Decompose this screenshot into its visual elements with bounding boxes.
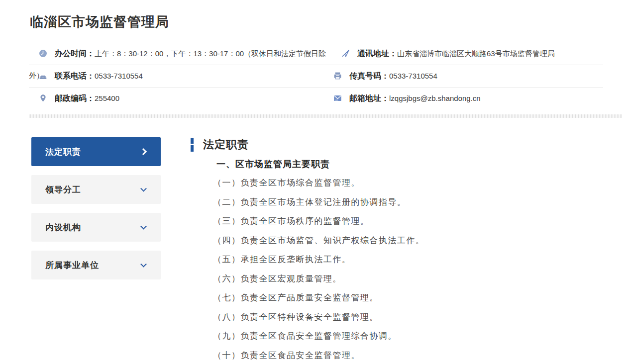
sidebar-item-label: 内设机构 bbox=[45, 222, 81, 233]
duty-item: （八）负责全区特种设备安全监督管理。 bbox=[213, 307, 617, 327]
clock-icon bbox=[39, 49, 47, 58]
chevron-right-icon bbox=[140, 148, 147, 155]
info-row-2: 联系电话：0533-7310554 传真号码：0533-7310554 bbox=[29, 65, 603, 88]
content-wrap: 法定职责 领导分工 内设机构 所属事业单位 法定职责 一、区市场监管局主要职责 bbox=[0, 137, 627, 364]
duty-item: （六）负责全区宏观质量管理。 bbox=[213, 269, 617, 288]
duty-item: （七）负责全区产品质量安全监督管理。 bbox=[213, 288, 617, 307]
page: 临淄区市场监督管理局 办公时间：上午：8：30-12：00，下午：13：30-1… bbox=[0, 13, 627, 364]
plane-icon bbox=[341, 49, 350, 58]
duty-item: （四）负责全区市场监管、知识产权综合执法工作。 bbox=[213, 231, 617, 250]
address-label: 通讯地址： bbox=[357, 49, 397, 58]
office-hours-item: 办公时间：上午：8：30-12：00，下午：13：30-17：00（双休日和法定… bbox=[29, 43, 331, 65]
sidebar-item-internal-orgs[interactable]: 内设机构 bbox=[31, 213, 161, 242]
duty-item: （九）负责全区食品安全监督管理综合协调。 bbox=[213, 326, 617, 346]
postcode-item: 邮政编码：255400 bbox=[29, 88, 323, 109]
sidebar-item-affiliated-units[interactable]: 所属事业单位 bbox=[31, 251, 161, 279]
phone-label: 联系电话： bbox=[55, 72, 95, 80]
phone-icon bbox=[39, 72, 47, 80]
page-title: 临淄区市场监督管理局 bbox=[30, 13, 627, 31]
main-content: 法定职责 一、区市场监管局主要职责 （一）负责全区市场综合监督管理。 （二）负责… bbox=[191, 137, 627, 364]
duty-list: （一）负责全区市场综合监督管理。 （二）负责全区市场主体登记注册的协调指导。 （… bbox=[213, 173, 617, 364]
fax-item: 传真号码：0533-7310554 bbox=[323, 65, 603, 87]
section-head: 法定职责 bbox=[191, 137, 617, 152]
sidebar-item-label: 法定职责 bbox=[45, 146, 81, 158]
sidebar-item-label: 领导分工 bbox=[45, 184, 81, 195]
striped-divider bbox=[29, 114, 622, 118]
contact-info-block: 办公时间：上午：8：30-12：00，下午：13：30-17：00（双休日和法定… bbox=[29, 43, 603, 110]
duty-item: （一）负责全区市场综合监督管理。 bbox=[213, 173, 617, 192]
email-value: lzqgsjbgs@zb.shandong.cn bbox=[389, 94, 481, 102]
fax-icon bbox=[333, 72, 342, 80]
email-label: 邮箱地址： bbox=[349, 94, 389, 102]
fax-value: 0533-7310554 bbox=[389, 72, 437, 80]
phone-item: 联系电话：0533-7310554 bbox=[29, 65, 323, 87]
mail-icon bbox=[333, 94, 342, 102]
info-row-1: 办公时间：上午：8：30-12：00，下午：13：30-17：00（双休日和法定… bbox=[29, 43, 603, 65]
office-hours-label: 办公时间： bbox=[55, 49, 95, 58]
chevron-down-icon bbox=[140, 223, 147, 230]
section-title: 法定职责 bbox=[203, 137, 249, 152]
address-item: 通讯地址：山东省淄博市临淄区大顺路63号市场监督管理局 bbox=[331, 43, 603, 65]
section-subtitle: 一、区市场监管局主要职责 bbox=[216, 158, 617, 170]
duty-item: （五）承担全区反垄断执法工作。 bbox=[213, 250, 617, 269]
section-marker-icon bbox=[191, 138, 194, 152]
duty-item: （十）负责全区食品安全监督管理。 bbox=[213, 346, 617, 364]
postcode-value: 255400 bbox=[95, 94, 119, 102]
pin-icon bbox=[39, 94, 47, 102]
sidebar: 法定职责 领导分工 内设机构 所属事业单位 bbox=[31, 137, 161, 364]
sidebar-item-label: 所属事业单位 bbox=[45, 260, 99, 271]
email-item: 邮箱地址：lzqgsjbgs@zb.shandong.cn bbox=[323, 88, 603, 109]
chevron-down-icon bbox=[140, 261, 147, 268]
phone-value: 0533-7310554 bbox=[95, 72, 143, 80]
postcode-label: 邮政编码： bbox=[55, 94, 95, 102]
chevron-down-icon bbox=[140, 185, 147, 192]
sidebar-item-leadership[interactable]: 领导分工 bbox=[31, 175, 161, 204]
duty-item: （三）负责全区市场秩序的监督管理。 bbox=[213, 211, 617, 231]
duty-item: （二）负责全区市场主体登记注册的协调指导。 bbox=[213, 192, 617, 212]
address-value: 山东省淄博市临淄区大顺路63号市场监督管理局 bbox=[397, 49, 555, 58]
sidebar-item-legal-duties[interactable]: 法定职责 bbox=[31, 137, 161, 166]
info-row-3: 邮政编码：255400 邮箱地址：lzqgsjbgs@zb.shandong.c… bbox=[29, 88, 603, 110]
fax-label: 传真号码： bbox=[349, 72, 389, 80]
